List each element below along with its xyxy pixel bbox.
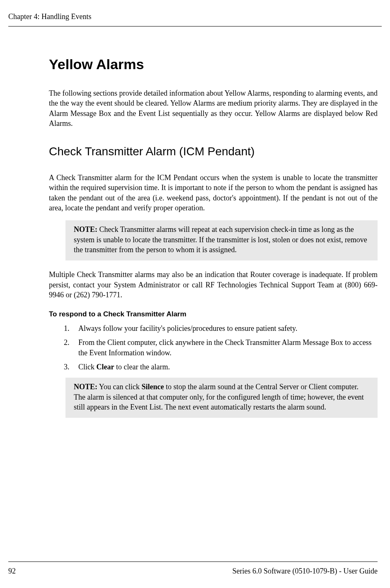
step-text-bold: Clear xyxy=(97,363,114,371)
section-paragraph-1: A Check Transmitter alarm for the ICM Pe… xyxy=(49,173,378,213)
list-item: 1. Always follow your facility's policie… xyxy=(64,323,378,333)
note-text-bold: Silence xyxy=(142,383,164,391)
step-text-post: to clear the alarm. xyxy=(114,363,170,371)
chapter-title: Chapter 4: Handling Events xyxy=(8,12,382,21)
procedure-list: 1. Always follow your facility's policie… xyxy=(49,323,378,372)
intro-paragraph: The following sections provide detailed … xyxy=(49,88,378,128)
step-text: Always follow your facility's policies/p… xyxy=(78,324,297,333)
section-paragraph-2: Multiple Check Transmitter alarms may al… xyxy=(49,270,378,300)
note-text-pre: You can click xyxy=(97,383,142,391)
step-number: 2. xyxy=(64,337,70,347)
footer-row: 92 Series 6.0 Software (0510-1079-B) - U… xyxy=(8,567,378,576)
page-footer: 92 Series 6.0 Software (0510-1079-B) - U… xyxy=(8,561,378,576)
section-heading: Check Transmitter Alarm (ICM Pendant) xyxy=(49,145,378,158)
step-text-pre: Click xyxy=(78,363,97,371)
list-item: 2. From the Client computer, click anywh… xyxy=(64,337,378,358)
page-content: Yellow Alarms The following sections pro… xyxy=(0,56,390,418)
note-text: Check Transmitter alarms will repeat at … xyxy=(74,225,367,254)
footer-divider xyxy=(8,561,378,562)
page-header: Chapter 4: Handling Events xyxy=(0,0,390,27)
note-box-2: NOTE: You can click Silence to stop the … xyxy=(65,378,378,418)
list-item: 3. Click Clear to clear the alarm. xyxy=(64,362,378,372)
header-divider xyxy=(8,26,382,27)
main-heading: Yellow Alarms xyxy=(49,56,378,72)
note-box-1: NOTE: Check Transmitter alarms will repe… xyxy=(65,220,378,260)
step-number: 1. xyxy=(64,323,70,333)
note-label: NOTE: xyxy=(74,383,97,391)
footer-doc-title: Series 6.0 Software (0510-1079-B) - User… xyxy=(233,567,378,576)
procedure-heading: To respond to a Check Transmitter Alarm xyxy=(49,310,378,318)
step-number: 3. xyxy=(64,362,70,372)
page-number: 92 xyxy=(8,567,16,576)
note-label: NOTE: xyxy=(74,225,97,234)
step-text: From the Client computer, click anywhere… xyxy=(78,338,372,357)
